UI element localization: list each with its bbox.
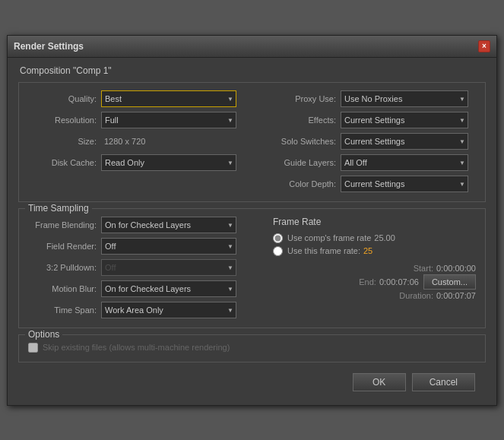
pulldown-label: 3:2 Pulldown: (28, 263, 97, 272)
options-title: Options (25, 329, 62, 340)
color-depth-select[interactable]: Current Settings (341, 176, 468, 192)
time-span-select[interactable]: Work Area Only (101, 302, 236, 318)
use-comp-rate-label: Use comp's frame rate (287, 233, 371, 242)
time-span-select-wrapper: Work Area Only (101, 302, 236, 318)
resolution-select[interactable]: Full (101, 112, 236, 128)
start-label: Start: (414, 264, 433, 273)
motion-blur-label: Motion Blur: (28, 284, 97, 293)
pulldown-select-wrapper: Off (101, 259, 236, 276)
quality-proxy-row: Quality: Best Proxy Use: Use No Proxies (28, 90, 476, 107)
proxy-use-label: Proxy Use: (264, 94, 336, 103)
comp-rate-value: 25.00 (374, 233, 395, 242)
size-field: Size: 1280 x 720 (28, 137, 264, 146)
solo-switches-select[interactable]: Current Settings (341, 133, 468, 150)
pulldown-select[interactable]: Off (101, 259, 236, 276)
field-render-select[interactable]: Off (101, 238, 236, 255)
solo-switches-field: Solo Switches: Current Settings (264, 133, 476, 150)
ok-button[interactable]: OK (353, 373, 406, 391)
render-settings-dialog: Render Settings × Composition "Comp 1" Q… (7, 35, 497, 406)
this-rate-value: 25 (363, 246, 372, 255)
composition-settings-box: Quality: Best Proxy Use: Use No Proxies (18, 82, 486, 202)
skip-files-row: Skip existing files (allows multi-machin… (28, 343, 476, 353)
use-comp-rate-row: Use comp's frame rate 25.00 (273, 233, 476, 243)
resolution-label: Resolution: (28, 116, 97, 125)
color-depth-label: Color Depth: (264, 179, 336, 188)
quality-field: Quality: Best (28, 90, 264, 107)
frame-blending-select[interactable]: On for Checked Layers (101, 217, 236, 233)
disk-cache-label: Disk Cache: (28, 158, 97, 167)
quality-select[interactable]: Best (101, 90, 236, 107)
effects-select-wrapper: Current Settings (341, 112, 468, 128)
custom-button[interactable]: Custom... (423, 274, 476, 290)
start-value: 0:00:00:00 (436, 264, 476, 273)
skip-files-checkbox[interactable] (28, 343, 38, 353)
bottom-bar: OK Cancel (18, 369, 486, 399)
field-render-label: Field Render: (28, 242, 97, 251)
disk-cache-select-wrapper: Read Only (101, 154, 236, 171)
effects-field: Effects: Current Settings (264, 112, 476, 128)
time-info: Start: 0:00:00:00 End: 0:00:07:06 Custom… (273, 264, 476, 300)
field-render-row: Field Render: Off (28, 238, 264, 255)
dialog-title: Render Settings (14, 41, 84, 52)
resolution-field: Resolution: Full (28, 112, 264, 128)
title-bar: Render Settings × (8, 36, 496, 58)
end-label: End: (359, 277, 376, 286)
frame-rate-title: Frame Rate (273, 217, 476, 227)
quality-label: Quality: (28, 94, 97, 103)
pulldown-row: 3:2 Pulldown: Off (28, 259, 264, 276)
proxy-use-field: Proxy Use: Use No Proxies (264, 90, 476, 107)
duration-value: 0:00:07:07 (436, 291, 476, 300)
time-left-panel: Frame Blending: On for Checked Layers Fi… (28, 217, 264, 318)
guide-layers-select[interactable]: All Off (341, 154, 468, 171)
skip-files-label: Skip existing files (allows multi-machin… (43, 343, 230, 352)
options-box: Options Skip existing files (allows mult… (18, 334, 486, 362)
field-render-select-wrapper: Off (101, 238, 236, 255)
guide-layers-label: Guide Layers: (264, 158, 336, 167)
guide-select-wrapper: All Off (341, 154, 468, 171)
composition-label: Composition "Comp 1" (20, 65, 486, 76)
time-inner: Frame Blending: On for Checked Layers Fi… (28, 217, 476, 318)
disk-cache-field: Disk Cache: Read Only (28, 154, 264, 171)
frame-rate-panel: Frame Rate Use comp's frame rate 25.00 U… (264, 217, 476, 318)
frame-blending-row: Frame Blending: On for Checked Layers (28, 217, 264, 233)
solo-switches-label: Solo Switches: (264, 137, 336, 146)
motion-blur-select[interactable]: On for Checked Layers (101, 280, 236, 297)
dialog-body: Composition "Comp 1" Quality: Best Proxy… (8, 58, 496, 405)
guide-layers-field: Guide Layers: All Off (264, 154, 476, 171)
time-span-label: Time Span: (28, 305, 97, 315)
size-solo-row: Size: 1280 x 720 Solo Switches: Current … (28, 133, 476, 150)
use-this-rate-row: Use this frame rate: 25 (273, 246, 476, 256)
size-value: 1280 x 720 (104, 137, 145, 146)
effects-select[interactable]: Current Settings (341, 112, 468, 128)
solo-select-wrapper: Current Settings (341, 133, 468, 150)
color-depth-field: Color Depth: Current Settings (264, 176, 476, 192)
size-label: Size: (28, 137, 97, 146)
end-row: End: 0:00:07:06 Custom... (273, 274, 476, 290)
diskcache-guide-row: Disk Cache: Read Only Guide Layers: All … (28, 154, 476, 171)
motion-blur-row: Motion Blur: On for Checked Layers (28, 280, 264, 297)
proxy-select-wrapper: Use No Proxies (341, 90, 468, 107)
use-this-rate-radio[interactable] (273, 246, 283, 256)
end-value: 0:00:07:06 (379, 277, 419, 286)
colordepth-row: Color Depth: Current Settings (28, 176, 476, 192)
time-span-row: Time Span: Work Area Only (28, 302, 264, 318)
disk-cache-select[interactable]: Read Only (101, 154, 236, 171)
frame-blending-select-wrapper: On for Checked Layers (101, 217, 236, 233)
time-sampling-box: Time Sampling Frame Blending: On for Che… (18, 208, 486, 328)
motion-blur-select-wrapper: On for Checked Layers (101, 280, 236, 297)
duration-row: Duration: 0:00:07:07 (273, 291, 476, 300)
start-row: Start: 0:00:00:00 (273, 264, 476, 273)
resolution-select-wrapper: Full (101, 112, 236, 128)
proxy-use-select[interactable]: Use No Proxies (341, 90, 468, 107)
resolution-effects-row: Resolution: Full Effects: Current Settin… (28, 112, 476, 128)
close-button[interactable]: × (478, 40, 490, 52)
frame-blending-label: Frame Blending: (28, 220, 97, 229)
time-sampling-title: Time Sampling (25, 203, 92, 214)
duration-label: Duration: (399, 291, 433, 300)
use-comp-rate-radio[interactable] (273, 233, 283, 243)
color-depth-select-wrapper: Current Settings (341, 176, 468, 192)
cancel-button[interactable]: Cancel (412, 373, 475, 391)
quality-select-wrapper: Best (101, 90, 236, 107)
use-this-rate-label: Use this frame rate: (287, 246, 360, 255)
effects-label: Effects: (264, 116, 336, 125)
